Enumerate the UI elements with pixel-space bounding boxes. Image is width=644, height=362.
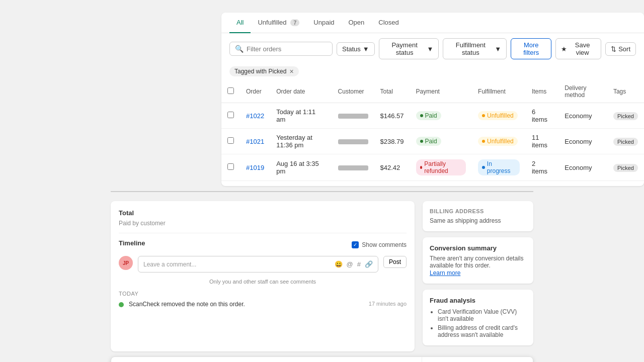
order-total: $238.79 [374,129,410,154]
conversion-card: Conversion summary There aren't any conv… [423,237,533,284]
chevron-down-icon: ▼ [495,45,501,53]
search-icon: 🔍 [235,45,244,53]
order-tag: Picked [613,138,638,146]
status-filter-button[interactable]: Status ▼ [337,42,375,56]
timeline-today-label: TODAY [119,291,407,297]
col-order-date: Order date [270,80,332,103]
search-box[interactable]: 🔍 [229,42,333,56]
orders-panel: All Unfulfilled 7 Unpaid Open Closed 🔍 S… [221,13,644,186]
col-total: Total [374,80,410,103]
comment-input-box[interactable]: Leave a comment... 😀 @ # 🔗 [138,256,378,273]
tab-all[interactable]: All [229,13,251,33]
tags-panel: Tags Manage Packed by × Picked × [422,357,533,362]
timeline-event-time: 17 minutes ago [369,301,407,307]
comment-area: JP Leave a comment... 😀 @ # 🔗 Post [119,256,407,273]
paid-label: Paid by customer [119,220,407,227]
col-delivery: Delivery method [558,80,607,103]
learn-more-link[interactable]: Learn more [430,269,460,277]
order-link[interactable]: #1019 [246,164,264,171]
timeline-title: Timeline [119,239,145,247]
items-count: 11 items [526,129,558,154]
col-order: Order [240,80,270,103]
avatar: JP [119,256,133,270]
timeline-event-text: ScanCheck removed the note on this order… [129,301,364,308]
customer-name [332,154,374,181]
items-count: 6 items [526,103,558,129]
total-section: Total Paid by customer [119,209,407,233]
fraud-item: Billing address of credit card's address… [438,324,526,338]
col-items: Items [526,80,558,103]
order-tag: Picked [613,164,638,172]
total-title: Total [119,209,407,217]
row-checkbox[interactable] [227,137,234,144]
fraud-title: Fraud analysis [430,297,526,304]
more-filters-button[interactable]: More filters [511,38,551,59]
delivery-method: Economy [558,154,607,181]
search-input[interactable] [247,45,327,53]
timeline-item: ScanCheck removed the note on this order… [119,301,407,308]
order-link[interactable]: #1021 [246,138,264,145]
fulfillment-status: In progress [472,154,526,181]
conversion-title: Conversion summary [430,244,526,252]
show-comments-checkbox[interactable]: ✓ [352,241,359,248]
fraud-card: Fraud analysis Card Verification Value (… [423,290,533,345]
customer-name [332,129,374,154]
tab-closed[interactable]: Closed [371,13,406,33]
table-row: #1019 Aug 16 at 3:35 pm $42.42 Partially… [221,154,644,181]
orders-table: Order Order date Customer Total Payment … [221,80,644,181]
chevron-down-icon: ▼ [363,45,369,53]
order-total: $146.57 [374,103,410,129]
customer-name [332,103,374,129]
remove-filter-button[interactable]: × [289,68,293,75]
billing-card: BILLING ADDRESS Same as shipping address [423,201,533,231]
order-link[interactable]: #1022 [246,112,264,120]
overlay-panel: 📦 ScanPick added a note to this order. ▼… [111,356,533,362]
attachment-icon[interactable]: 🔗 [365,260,373,268]
orders-tabs: All Unfulfilled 7 Unpaid Open Closed [221,13,644,33]
post-button[interactable]: Post [383,256,407,268]
select-all-checkbox[interactable] [227,87,234,94]
payment-status: Paid [410,129,472,154]
sort-button[interactable]: ⇅ Sort [605,42,636,56]
tab-open[interactable]: Open [342,13,372,33]
fulfillment-status-filter-button[interactable]: Fulfillment status ▼ [443,38,507,59]
timeline-header: Timeline ✓ Show comments [119,239,407,250]
order-tag: Picked [613,112,638,120]
tab-unfulfilled[interactable]: Unfulfilled 7 [251,13,306,33]
order-date: Yesterday at 11:36 pm [270,129,332,154]
right-sidebar: BILLING ADDRESS Same as shipping address… [423,201,533,351]
payment-status: Paid [410,103,472,129]
col-tags: Tags [607,80,644,103]
hashtag-icon[interactable]: # [357,260,361,268]
col-payment: Payment [410,80,472,103]
tab-unpaid[interactable]: Unpaid [306,13,341,33]
chevron-down-icon: ▼ [427,45,433,53]
row-checkbox[interactable] [227,112,234,118]
overlay-left: 📦 ScanPick added a note to this order. ▼… [111,357,422,362]
payment-status-filter-button[interactable]: Payment status ▼ [379,38,439,59]
filters-row: 🔍 Status ▼ Payment status ▼ Fulfillment … [221,33,644,64]
overlay-wrapper: 📦 ScanPick added a note to this order. ▼… [111,356,533,362]
save-view-button[interactable]: ★ Save view [555,38,601,59]
billing-title: BILLING ADDRESS [430,208,526,214]
row-checkbox[interactable] [227,163,234,170]
payment-status: Partially refunded [410,154,472,181]
active-filters: Tagged with Picked × [221,64,644,80]
mention-icon[interactable]: @ [347,260,353,268]
table-row: #1022 Today at 1:11 am $146.57 Paid Unf [221,103,644,129]
middle-panel: Total Paid by customer Timeline ✓ Show c… [111,196,533,356]
delivery-method: Economy [558,103,607,129]
order-total: $42.42 [374,154,410,181]
sort-icon: ⇅ [611,45,616,53]
delivery-method: Economy [558,129,607,154]
show-comments: ✓ Show comments [352,241,407,248]
unfulfilled-badge: 7 [290,19,299,26]
col-fulfillment: Fulfillment [472,80,526,103]
order-date: Today at 1:11 am [270,103,332,129]
staff-only-notice: Only you and other staff can see comment… [119,277,407,291]
fulfillment-status: Unfulfilled [472,129,526,154]
emoji-icon[interactable]: 😀 [335,260,343,268]
items-count: 2 items [526,154,558,181]
timeline-dot [119,302,124,307]
conversion-text: There aren't any conversion details avai… [430,255,526,269]
